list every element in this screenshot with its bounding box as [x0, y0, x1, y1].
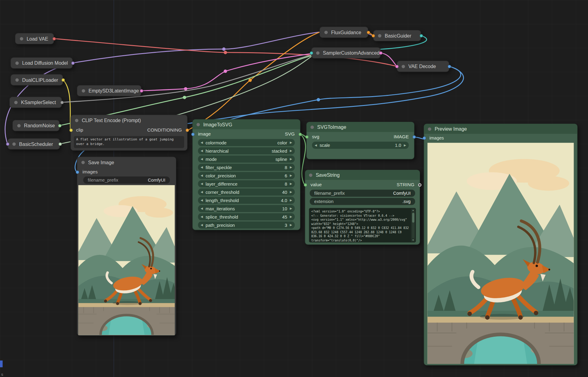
node-basic-scheduler[interactable]: BasicScheduler: [8, 138, 60, 150]
decrement-arrow-icon[interactable]: ◀: [201, 141, 203, 144]
collapse-dot-icon[interactable]: [378, 34, 382, 37]
input-port-image[interactable]: [191, 132, 195, 136]
link-endpoint-dot[interactable]: [58, 142, 62, 146]
link-endpoint-dot[interactable]: [309, 51, 313, 55]
widget-corner-threshold[interactable]: ◀ corner_threshold 40 ▶: [198, 189, 295, 196]
widget-mode[interactable]: ◀ mode spline ▶: [198, 155, 295, 162]
node-header[interactable]: Save Image: [77, 157, 176, 167]
node-preview-image[interactable]: Preview Image images: [424, 124, 577, 365]
output-port-svg[interactable]: [298, 132, 302, 136]
reroute-dot[interactable]: [224, 51, 227, 54]
collapse-dot-icon[interactable]: [316, 51, 320, 55]
output-port-string[interactable]: [418, 183, 421, 187]
increment-arrow-icon[interactable]: ▶: [404, 144, 406, 147]
collapse-dot-icon[interactable]: [402, 65, 405, 68]
decrement-arrow-icon[interactable]: ◀: [201, 174, 203, 177]
node-save-image[interactable]: Save Image images filename_prefix ComfyU…: [77, 157, 176, 336]
widget-layer-difference[interactable]: ◀ layer_difference 8 ▶: [198, 180, 295, 187]
node-header[interactable]: SaveString: [305, 170, 419, 180]
collapse-dot-icon[interactable]: [20, 37, 23, 40]
reroute-dot[interactable]: [317, 98, 320, 101]
node-graph-viewport[interactable]: Load VAE Load Diffusion Model DualCLIPLo…: [0, 0, 588, 377]
collapse-dot-icon[interactable]: [82, 89, 85, 92]
increment-arrow-icon[interactable]: ▶: [290, 182, 292, 185]
increment-arrow-icon[interactable]: ▶: [290, 149, 292, 152]
node-header[interactable]: CLIP Text Encode (Prompt): [71, 115, 187, 125]
output-port-conditioning[interactable]: [185, 128, 189, 132]
increment-arrow-icon[interactable]: ▶: [290, 158, 292, 161]
decrement-arrow-icon[interactable]: ◀: [201, 182, 203, 185]
widget-max-iterations[interactable]: ◀ max_iterations 10 ▶: [198, 205, 295, 212]
increment-arrow-icon[interactable]: ▶: [290, 174, 292, 177]
collapse-dot-icon[interactable]: [13, 142, 16, 146]
decrement-arrow-icon[interactable]: ◀: [201, 158, 203, 161]
node-load-diffusion-model[interactable]: Load Diffusion Model: [10, 57, 73, 69]
link-endpoint-dot[interactable]: [367, 31, 370, 34]
reroute-dot[interactable]: [222, 47, 225, 51]
node-ksampler-select[interactable]: KSamplerSelect: [9, 97, 62, 108]
input-port-clip[interactable]: [69, 128, 73, 132]
node-dual-clip-loader[interactable]: DualCLIPLoader: [10, 74, 63, 85]
increment-arrow-icon[interactable]: ▶: [290, 223, 292, 227]
scrollbar[interactable]: ▲ ▼: [411, 209, 415, 242]
input-port-images[interactable]: [75, 170, 79, 174]
link-endpoint-dot[interactable]: [60, 101, 64, 104]
decrement-arrow-icon[interactable]: ◀: [201, 190, 203, 194]
link-endpoint-dot[interactable]: [58, 124, 61, 127]
increment-arrow-icon[interactable]: ▶: [290, 166, 292, 169]
increment-arrow-icon[interactable]: ▶: [290, 215, 292, 218]
decrement-arrow-icon[interactable]: ◀: [201, 166, 203, 169]
widget-length-threshold[interactable]: ◀ length_threshold 4.0 ▶: [198, 197, 295, 204]
widget-splice-threshold[interactable]: ◀ splice_threshold 45 ▶: [198, 213, 295, 220]
reroute-dot[interactable]: [183, 96, 186, 99]
link-endpoint-dot[interactable]: [6, 142, 9, 146]
node-basic-guider[interactable]: BasicGuider: [373, 30, 421, 41]
node-clip-text-encode[interactable]: CLIP Text Encode (Prompt) clip CONDITION…: [71, 115, 188, 151]
scroll-down-icon[interactable]: ▼: [412, 239, 414, 242]
widget-scale[interactable]: ◀ scale 1.0 ▶: [312, 142, 409, 149]
node-save-string[interactable]: SaveString value STRING filename_prefix …: [305, 170, 420, 245]
widget-filter-speckle[interactable]: ◀ filter_speckle 8 ▶: [198, 164, 295, 171]
link-endpoint-dot[interactable]: [140, 89, 143, 92]
decrement-arrow-icon[interactable]: ◀: [315, 144, 317, 147]
reroute-dot[interactable]: [224, 70, 227, 73]
link-endpoint-dot[interactable]: [419, 34, 423, 37]
reroute-dot[interactable]: [248, 78, 252, 82]
collapse-dot-icon[interactable]: [81, 161, 85, 164]
collapse-dot-icon[interactable]: [15, 61, 19, 65]
collapse-dot-icon[interactable]: [311, 125, 314, 129]
link-endpoint-dot[interactable]: [52, 37, 56, 40]
collapse-dot-icon[interactable]: [75, 119, 79, 122]
increment-arrow-icon[interactable]: ▶: [290, 207, 292, 210]
svg-string-textarea[interactable]: <?xml version="1.0" encoding="UTF-8"?> <…: [309, 208, 416, 242]
widget-filename-prefix[interactable]: filename_prefix ComfyUI: [83, 176, 170, 183]
reroute-dot[interactable]: [184, 87, 187, 90]
svg-string-text[interactable]: <?xml version="1.0" encoding="UTF-8"?> <…: [309, 208, 416, 242]
increment-arrow-icon[interactable]: ▶: [290, 199, 292, 202]
prompt-text-input[interactable]: A flat vector art illustration of a goat…: [74, 136, 184, 148]
decrement-arrow-icon[interactable]: ◀: [201, 223, 203, 227]
link-endpoint-dot[interactable]: [371, 34, 375, 37]
widget-color-precision[interactable]: ◀ color_precision 6 ▶: [198, 172, 295, 179]
collapse-dot-icon[interactable]: [196, 123, 200, 126]
scrollbar-thumb[interactable]: [412, 213, 414, 223]
decrement-arrow-icon[interactable]: ◀: [201, 149, 203, 152]
node-graph-canvas[interactable]: Load VAE Load Diffusion Model DualCLIPLo…: [0, 0, 588, 377]
output-port-image[interactable]: [412, 135, 416, 139]
collapse-dot-icon[interactable]: [15, 78, 19, 82]
collapse-dot-icon[interactable]: [14, 101, 18, 104]
scrollbar-track[interactable]: [412, 212, 414, 238]
widget-path-precision[interactable]: ◀ path_precision 3 ▶: [198, 222, 295, 229]
collapse-dot-icon[interactable]: [428, 127, 431, 131]
node-sampler-custom-advanced[interactable]: SamplerCustomAdvanced: [311, 47, 381, 59]
node-flux-guidance[interactable]: FluxGuidance: [320, 27, 368, 38]
scroll-up-icon[interactable]: ▲: [412, 209, 414, 212]
widget-extension[interactable]: extension .svg: [310, 198, 415, 205]
input-port-value[interactable]: [304, 183, 307, 187]
increment-arrow-icon[interactable]: ▶: [290, 141, 292, 144]
node-load-vae[interactable]: Load VAE: [15, 33, 54, 44]
node-vae-decode[interactable]: VAE Decode: [397, 61, 449, 72]
widget-colormode[interactable]: ◀ colormode color ▶: [198, 139, 295, 146]
widget-filename-prefix[interactable]: filename_prefix ComfyUI: [310, 190, 415, 197]
input-port-svg[interactable]: [305, 135, 309, 139]
